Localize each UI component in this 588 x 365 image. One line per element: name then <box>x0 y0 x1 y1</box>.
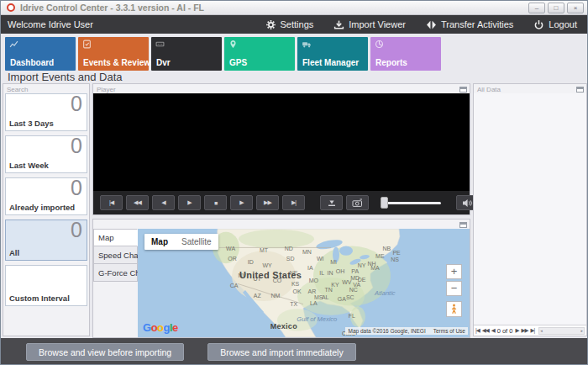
united-states-label: United States <box>239 270 302 280</box>
map-view-tabs: Map Speed Chart G-Force Chart <box>93 229 138 337</box>
gear-icon <box>265 19 276 30</box>
map-pin-icon <box>228 40 238 49</box>
tab-dvr-label: Dvr <box>156 58 171 67</box>
tab-reports[interactable]: Reports <box>370 37 441 71</box>
tab-events-reviews[interactable]: Events & Reviews <box>78 37 149 71</box>
tab-speed-chart[interactable]: Speed Chart <box>93 246 138 264</box>
scroll-right-arrow[interactable]: ▸ <box>580 328 583 333</box>
all-data-panel-title: All Data <box>477 86 501 93</box>
module-tabs: Dashboard Events & Reviews Dvr GPS Fleet… <box>1 34 587 71</box>
logout-button[interactable]: Logout <box>533 19 577 30</box>
all-label: All <box>9 248 19 257</box>
settings-label: Settings <box>281 19 314 29</box>
google-map[interactable]: WAORCANVIDMTWYUTCOAZNMNDSDNEKSOKTXMNIAMO… <box>138 229 470 337</box>
pager-first-button[interactable]: |◀ <box>475 327 480 334</box>
map-type-map-button[interactable]: Map <box>144 234 175 250</box>
filter-card-already-imported[interactable]: 0 Already imported <box>5 177 87 215</box>
filter-card-all[interactable]: 0 All <box>5 220 87 261</box>
transfer-activities-label: Transfer Activities <box>441 19 513 29</box>
zoom-out-button[interactable]: − <box>446 281 462 296</box>
pager-last-button[interactable]: ▶| <box>530 327 534 334</box>
mexico-label: Mexico <box>270 322 297 331</box>
snapshot-button[interactable] <box>346 195 369 210</box>
skip-end-button[interactable]: ▶| <box>282 195 305 210</box>
save-video-button[interactable] <box>320 195 343 210</box>
all-count: 0 <box>71 218 82 242</box>
all-data-panel-header: All Data <box>474 84 586 93</box>
player-controls: |◀ ◀◀ ◀ ▶ ■ ▶ ▶▶ ▶| <box>93 191 470 214</box>
tab-map[interactable]: Map <box>93 229 138 246</box>
scroll-left-arrow[interactable]: ◂ <box>540 328 543 333</box>
player-maximize-icon[interactable] <box>459 87 467 93</box>
terms-of-use-link[interactable]: Terms of Use <box>433 328 465 334</box>
video-display <box>93 93 470 191</box>
last-3-days-count: 0 <box>71 92 82 116</box>
dashboard-icon <box>9 40 18 49</box>
last-week-count: 0 <box>71 134 82 158</box>
seek-slider[interactable] <box>381 195 441 210</box>
all-data-maximize-icon[interactable] <box>576 87 584 93</box>
app-window: Idrive Control Center - 3.3.1 version - … <box>0 0 588 365</box>
last-week-label: Last Week <box>9 161 49 170</box>
all-data-panel: All Data |◀ ◀◀ ◀ 0 of 0 ▶ ▶▶ ▶| ◂ ▸ <box>473 83 587 336</box>
map-panel-header <box>93 220 470 229</box>
map-maximize-icon[interactable] <box>459 222 467 228</box>
filter-card-last-week[interactable]: 0 Last Week <box>5 135 87 173</box>
checklist-icon <box>82 40 92 49</box>
filter-card-custom-interval[interactable]: Custom Interval <box>5 265 87 306</box>
map-copyright: Map data ©2016 Google, INEGI <box>348 328 425 334</box>
player-panel-header: Player <box>93 84 470 93</box>
close-button[interactable]: × <box>567 3 584 13</box>
app-logo-icon <box>7 3 15 12</box>
zoom-in-button[interactable]: + <box>446 264 462 279</box>
player-panel: Player |◀ ◀◀ ◀ ▶ ■ ▶ ▶▶ ▶| <box>92 83 470 215</box>
tab-dvr[interactable]: Dvr <box>151 37 222 71</box>
map-attribution: Map data ©2016 Google, INEGI Terms of Us… <box>345 327 468 335</box>
map-type-control: Map Satellite <box>144 234 218 250</box>
step-back-button[interactable]: ◀ <box>152 195 175 210</box>
map-type-satellite-button[interactable]: Satellite <box>175 234 218 250</box>
import-viewer-button[interactable]: Import Viewer <box>333 19 406 30</box>
pager-fast-next-button[interactable]: ▶▶ <box>521 327 528 334</box>
play-button[interactable]: ▶ <box>178 195 201 210</box>
data-pager: |◀ ◀◀ ◀ 0 of 0 ▶ ▶▶ ▶| ◂ ▸ <box>474 325 586 336</box>
search-panel: Search 0 Last 3 Days 0 Last Week 0 Alrea… <box>3 83 90 336</box>
transfer-icon <box>426 19 437 30</box>
minimize-button[interactable]: – <box>528 3 545 13</box>
pager-fast-prev-button[interactable]: ◀◀ <box>482 327 489 334</box>
tab-dashboard-label: Dashboard <box>10 58 54 67</box>
pegman-icon <box>449 304 459 315</box>
browse-import-button[interactable]: Browse and import immediately <box>207 343 355 361</box>
google-logo-letter: e <box>172 321 178 334</box>
tab-fleet-manager[interactable]: Fleet Manager <box>297 37 368 71</box>
title-bar: Idrive Control Center - 3.3.1 version - … <box>1 1 587 15</box>
stop-button[interactable]: ■ <box>204 195 227 210</box>
tab-dashboard[interactable]: Dashboard <box>5 37 76 71</box>
fast-forward-button[interactable]: ▶▶ <box>256 195 279 210</box>
pager-next-button[interactable]: ▶ <box>515 327 518 334</box>
horizontal-scrollbar[interactable]: ◂ ▸ <box>538 327 585 335</box>
already-imported-label: Already imported <box>9 203 75 212</box>
tab-fleet-manager-label: Fleet Manager <box>302 58 359 67</box>
rewind-button[interactable]: ◀◀ <box>126 195 149 210</box>
tab-gps-label: GPS <box>229 58 247 67</box>
step-forward-button[interactable]: ▶ <box>230 195 253 210</box>
seek-thumb[interactable] <box>381 197 388 209</box>
tab-gps[interactable]: GPS <box>224 37 295 71</box>
seek-track <box>381 202 441 204</box>
search-panel-title: Search <box>7 86 28 93</box>
filter-card-last-3-days[interactable]: 0 Last 3 Days <box>5 93 87 131</box>
skip-start-button[interactable]: |◀ <box>100 195 123 210</box>
all-data-grid <box>474 93 586 325</box>
download-icon <box>333 19 344 30</box>
tab-g-force-chart[interactable]: G-Force Chart <box>93 264 138 282</box>
pager-prev-button[interactable]: ◀ <box>491 327 495 334</box>
maximize-button[interactable]: □ <box>548 3 564 13</box>
welcome-text: Welcome Idrive User <box>8 19 93 29</box>
street-view-pegman-button[interactable] <box>446 301 462 317</box>
settings-button[interactable]: Settings <box>265 19 314 30</box>
footer-bar: Browse and view before importing Browse … <box>1 338 587 365</box>
player-panel-title: Player <box>97 86 116 93</box>
transfer-activities-button[interactable]: Transfer Activities <box>426 19 513 30</box>
browse-view-button[interactable]: Browse and view before importing <box>26 343 184 361</box>
